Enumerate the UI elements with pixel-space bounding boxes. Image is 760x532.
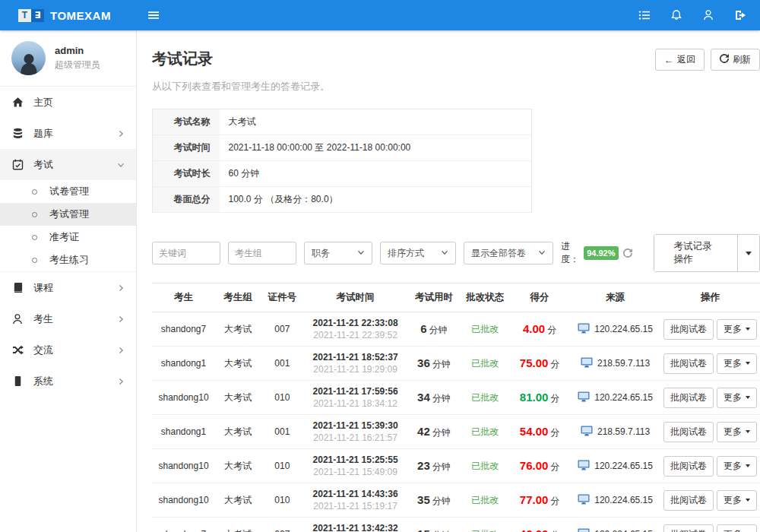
bell-icon[interactable] — [670, 9, 682, 21]
duration-unit: 分钟 — [432, 427, 451, 438]
sidebar-item-question-bank[interactable]: 题库 — [0, 118, 136, 149]
exam-record-actions-label[interactable]: 考试记录操作 — [654, 235, 738, 271]
circle-icon — [32, 189, 37, 195]
exam-info-table: 考试名称大考试考试时间2021-11-18 00:00:00 至 2022-11… — [152, 109, 532, 213]
sidebar-item-exam-management[interactable]: 考试管理 — [0, 203, 136, 226]
score-cell: 75.00分 — [509, 347, 570, 381]
student-cell: shandong10 — [152, 483, 215, 518]
duration-unit: 分钟 — [429, 325, 448, 335]
sidebar-item-home[interactable]: 主页 — [0, 87, 136, 118]
caret-down-icon — [746, 499, 750, 502]
id-number-cell: 007 — [261, 518, 304, 532]
score-value: 75.00 — [520, 356, 549, 369]
more-button[interactable]: 更多 — [717, 524, 757, 532]
progress-refresh-icon[interactable] — [623, 249, 632, 258]
signout-icon[interactable] — [734, 9, 746, 21]
group-cell: 大考试 — [215, 381, 261, 415]
score-cell: 77.00分 — [509, 483, 570, 518]
review-paper-button[interactable]: 批阅试卷 — [663, 388, 714, 408]
exam-info-value: 100.0 分 （及格分：80.0） — [220, 187, 532, 213]
circle-icon — [32, 212, 37, 217]
more-button[interactable]: 更多 — [717, 319, 757, 340]
review-paper-button[interactable]: 批阅试卷 — [663, 319, 714, 340]
source: 120.224.65.15 — [578, 391, 653, 404]
sidebar-item-label: 交流 — [33, 344, 53, 357]
sidebar-item-label: 考试 — [33, 158, 53, 172]
sidebar-subitem-label: 考试管理 — [49, 207, 89, 221]
end-time: 2021-11-21 15:49:09 — [307, 467, 404, 477]
sidebar-item-course[interactable]: 课程 — [0, 272, 136, 303]
position-select[interactable]: 职务 — [304, 242, 372, 264]
sidebar-item-examinee[interactable]: 考生 — [0, 303, 136, 334]
source-cell: 120.224.65.15 — [570, 312, 660, 347]
user-block: admin 超级管理员 — [0, 30, 136, 87]
list-icon[interactable] — [638, 9, 651, 21]
sidebar-item-exam[interactable]: 考试 — [0, 149, 136, 180]
more-button[interactable]: 更多 — [717, 456, 757, 477]
back-button[interactable]: ←返回 — [655, 49, 705, 71]
student-cell: shandong1 — [152, 347, 215, 381]
sidebar-item-paper-management[interactable]: 试卷管理 — [0, 180, 136, 203]
id-number-cell: 010 — [261, 483, 304, 518]
more-button[interactable]: 更多 — [717, 388, 757, 408]
status-badge: 已批改 — [471, 495, 499, 505]
more-button[interactable]: 更多 — [717, 353, 757, 374]
start-time: 2021-11-21 15:39:30 — [307, 420, 404, 431]
duration-value: 15 — [417, 527, 430, 532]
caret-down-icon — [746, 328, 750, 331]
main-content: 考试记录 ←返回 刷新 从以下列表查看和管理考生的答卷记录。 考试名称大考试考试… — [137, 30, 760, 532]
source: 120.224.65.15 — [578, 494, 653, 507]
monitor-icon — [578, 460, 590, 473]
home-icon — [11, 97, 24, 108]
chevron-down-icon — [357, 248, 365, 258]
menu-icon[interactable] — [147, 9, 160, 21]
score-unit: 分 — [550, 427, 559, 438]
column-header: 考试用时 — [407, 283, 461, 312]
more-label: 更多 — [724, 494, 742, 507]
review-paper-button[interactable]: 批阅试卷 — [663, 524, 714, 532]
user-name: admin — [55, 45, 100, 56]
duration-unit: 分钟 — [432, 530, 451, 532]
score-cell: 54.00分 — [509, 415, 570, 449]
more-button[interactable]: 更多 — [717, 490, 757, 511]
end-time: 2021-11-21 16:21:57 — [307, 432, 404, 443]
sidebar-item-examinee-practice[interactable]: 考生练习 — [0, 249, 136, 271]
monitor-icon — [581, 426, 593, 439]
score-value: 46.00 — [520, 527, 549, 532]
more-button[interactable]: 更多 — [717, 422, 757, 442]
status-cell: 已批改 — [461, 381, 508, 415]
sidebar-subitem-label: 考生练习 — [49, 253, 89, 267]
review-paper-button[interactable]: 批阅试卷 — [663, 456, 714, 477]
source-cell: 120.224.65.15 — [570, 518, 660, 532]
sidebar-item-system[interactable]: 系统 — [0, 366, 136, 397]
filter-bar: 职务排序方式显示全部答卷 进度： 94.92% 考试记录操作 — [152, 234, 760, 272]
exam-info-row: 考试名称大考试 — [153, 109, 532, 135]
sort-select[interactable]: 排序方式 — [380, 242, 456, 264]
group-cell: 大考试 — [215, 347, 261, 381]
exam-info-label: 考试名称 — [153, 109, 220, 135]
page-subtitle: 从以下列表查看和管理考生的答卷记录。 — [152, 80, 760, 93]
actions-dropdown-toggle[interactable] — [737, 235, 759, 271]
exam-info-value: 60 分钟 — [220, 161, 532, 187]
column-header: 证件号 — [261, 283, 304, 312]
actions-cell: 批阅试卷更多 — [660, 312, 760, 347]
table-row: shandong1大考试0012021-11-21 15:39:302021-1… — [152, 415, 760, 449]
review-paper-button[interactable]: 批阅试卷 — [663, 490, 714, 511]
refresh-button[interactable]: 刷新 — [711, 49, 760, 71]
user-icon[interactable] — [702, 9, 714, 21]
keyword-input[interactable] — [152, 242, 220, 264]
monitor-icon — [578, 391, 590, 404]
column-header: 得分 — [509, 283, 570, 312]
exam-info-label: 卷面总分 — [153, 187, 220, 213]
more-label: 更多 — [724, 357, 742, 370]
group-cell: 大考试 — [215, 415, 261, 449]
review-paper-button[interactable]: 批阅试卷 — [663, 422, 714, 442]
sidebar-item-communication[interactable]: 交流 — [0, 334, 136, 366]
sidebar-item-label: 考生 — [33, 312, 53, 326]
status-badge: 已批改 — [471, 529, 499, 532]
review-paper-button[interactable]: 批阅试卷 — [663, 353, 714, 374]
answer-filter-select[interactable]: 显示全部答卷 — [464, 242, 553, 264]
select-value: 排序方式 — [388, 247, 424, 260]
group-input[interactable] — [228, 242, 296, 264]
sidebar-item-admission-ticket[interactable]: 准考证 — [0, 226, 136, 249]
